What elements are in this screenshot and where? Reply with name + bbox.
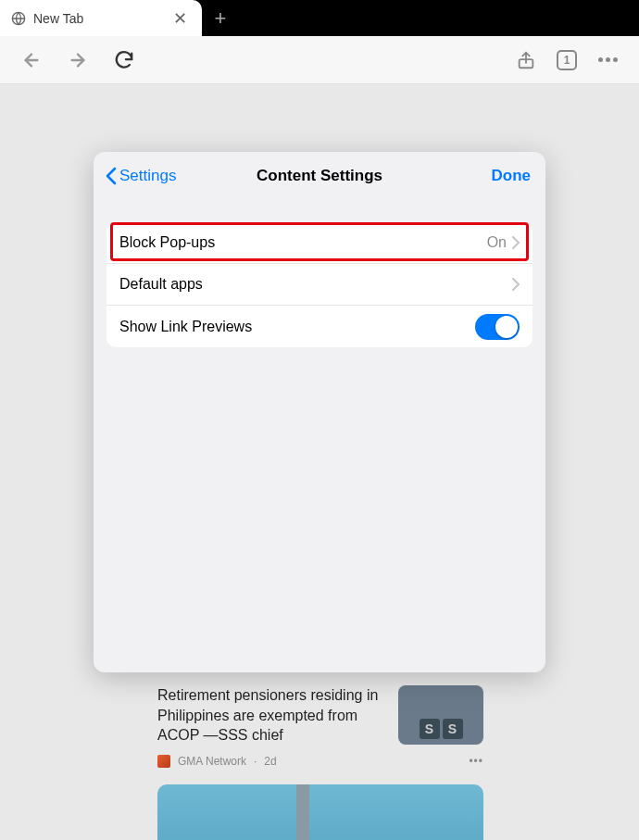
setting-label: Block Pop-ups — [119, 234, 487, 251]
setting-value: On — [487, 234, 507, 251]
article-more-icon[interactable]: ••• — [469, 755, 483, 768]
forward-button[interactable] — [63, 45, 93, 75]
more-icon — [598, 57, 618, 62]
close-tab-icon[interactable]: ✕ — [169, 8, 191, 29]
reload-button[interactable] — [109, 45, 139, 75]
article-card-large[interactable] — [157, 784, 483, 840]
article-card[interactable]: Retirement pensioners residing in Philip… — [157, 685, 483, 746]
tabs-count: 1 — [557, 50, 577, 70]
back-button[interactable] — [17, 45, 46, 75]
default-apps-row[interactable]: Default apps — [106, 264, 532, 306]
back-to-settings-button[interactable]: Settings — [105, 167, 176, 185]
setting-label: Show Link Previews — [119, 319, 475, 335]
modal-title: Content Settings — [257, 167, 382, 185]
tab-bar: New Tab ✕ + — [0, 0, 639, 36]
tabs-button[interactable]: 1 — [552, 45, 582, 75]
overflow-menu-button[interactable] — [593, 45, 622, 75]
tab-title: New Tab — [33, 11, 169, 26]
article-meta: GMA Network · 2d ••• — [157, 755, 483, 768]
article-headline: Retirement pensioners residing in Philip… — [157, 685, 387, 746]
content-settings-modal: Settings Content Settings Done Block Pop… — [94, 152, 545, 672]
share-button[interactable] — [511, 45, 541, 75]
back-label: Settings — [119, 167, 176, 185]
browser-tab[interactable]: New Tab ✕ — [0, 0, 202, 36]
globe-icon — [11, 11, 26, 26]
source-icon — [157, 755, 170, 768]
article-source: GMA Network — [178, 755, 246, 768]
new-tab-button[interactable]: + — [202, 0, 239, 36]
link-previews-toggle[interactable] — [475, 314, 520, 340]
chevron-left-icon — [105, 167, 118, 185]
toolbar: 1 — [0, 36, 639, 84]
show-link-previews-row: Show Link Previews — [106, 306, 532, 347]
article-thumbnail: SS — [398, 685, 483, 745]
block-popups-row[interactable]: Block Pop-ups On — [106, 222, 532, 264]
setting-label: Default apps — [119, 276, 512, 293]
article-time: 2d — [264, 755, 276, 768]
toggle-knob — [495, 316, 518, 338]
chevron-right-icon — [512, 236, 520, 249]
settings-list: Block Pop-ups On Default apps Show Link … — [106, 222, 532, 347]
done-button[interactable]: Done — [492, 167, 532, 185]
modal-header: Settings Content Settings Done — [94, 152, 545, 200]
chevron-right-icon — [512, 278, 520, 291]
